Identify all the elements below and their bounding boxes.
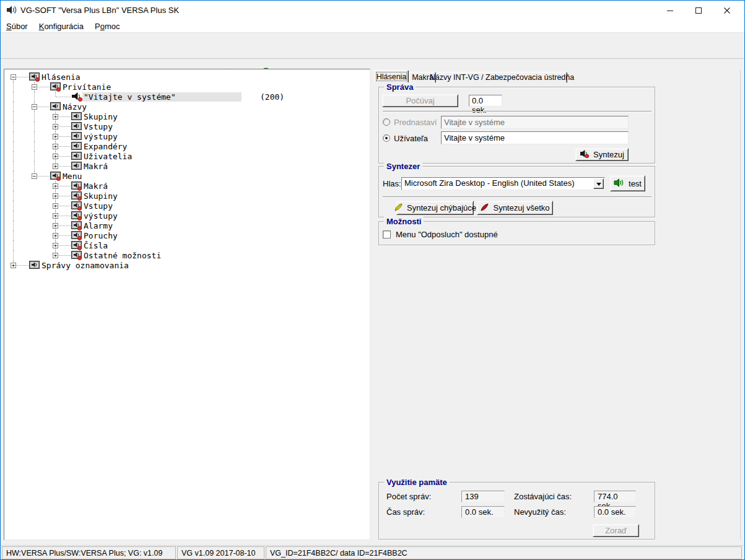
listen-button[interactable]: Počúvaj — [382, 94, 458, 107]
tree-expander-plus-icon[interactable]: + — [53, 114, 58, 120]
tree-label: Vstupy — [84, 201, 113, 211]
tree-row-privitanie[interactable]: − Privítanie — [4, 82, 370, 92]
tree-expander-plus-icon[interactable]: + — [53, 203, 58, 209]
tree-expander-plus-icon[interactable]: + — [53, 164, 58, 169]
status-panel-3: VG_ID=21F4BB2C/ data ID=21F4BB2C — [266, 546, 742, 559]
odposluch-checkbox-label: Menu "Odposluch" dostupné — [396, 230, 498, 239]
tree-row-ostatne-moznosti[interactable]: + Ostatné možnosti — [4, 250, 370, 260]
tree-expander-plus-icon[interactable]: + — [53, 144, 58, 149]
speaker-icon — [71, 92, 83, 102]
tree-row-poruchy[interactable]: + Poruchy — [4, 230, 370, 240]
tree-expander-plus-icon[interactable]: + — [53, 154, 58, 159]
tree-row-vstupy[interactable]: + Vstupy — [4, 201, 370, 211]
feather-red-icon — [480, 203, 489, 214]
speaker-folder-icon — [71, 121, 82, 131]
close-button[interactable] — [713, 1, 741, 20]
user-radio-label: Užívateľa — [394, 134, 428, 143]
menu-pomoc[interactable]: Pomoc — [89, 20, 125, 32]
synthesize-button[interactable]: Syntezuj — [575, 148, 629, 161]
status-bar: HW:VERSA Plus/SW:VERSA Plus; VG: v1.09VG… — [1, 545, 744, 559]
tree-label: Privítanie — [63, 82, 111, 92]
pamat-value: 139 — [461, 491, 505, 502]
group-sprava: Správa Počúvaj 0.0 sek. Prednastaví Užív… — [378, 87, 655, 164]
tree-expander-minus-icon[interactable]: − — [32, 173, 37, 179]
synthesize-all-button[interactable]: Syntezuj všetko — [477, 201, 553, 215]
voice-combobox-value: Microsoft Zira Desktop - English (United… — [404, 178, 592, 188]
group-pamat-title: Využitie pamäte — [384, 478, 450, 487]
chevron-down-icon[interactable] — [593, 178, 604, 189]
tree-row-makra[interactable]: + Makrá — [4, 161, 370, 171]
speaker-folder-icon — [71, 211, 82, 221]
tree-row-cisla[interactable]: + Čísla — [4, 240, 370, 250]
menu-subor[interactable]: Súbor — [1, 20, 33, 32]
tree-expander-minus-icon[interactable]: − — [32, 104, 37, 110]
menu-konfiguracia[interactable]: Konfigurácia — [33, 20, 89, 32]
tree-expander-plus-icon[interactable]: + — [53, 213, 58, 219]
tree-row-expandery[interactable]: + Expandéry — [4, 141, 370, 151]
tree-expander-plus-icon[interactable]: + — [11, 263, 16, 268]
group-syntezer-title: Syntezer — [384, 162, 422, 171]
tree-row-skupiny[interactable]: + Skupiny — [4, 112, 370, 121]
speaker-folder-icon — [71, 191, 82, 201]
tree-expander-plus-icon[interactable]: + — [53, 233, 58, 238]
tree-row-vystupy[interactable]: + výstupy — [4, 131, 370, 141]
tree-label: Expandéry — [84, 142, 127, 151]
tree-row-vstupy[interactable]: + Vstupy — [4, 121, 370, 131]
voice-combobox[interactable]: Microsoft Zira Desktop - English (United… — [401, 177, 605, 190]
preset-text-field[interactable] — [441, 116, 629, 129]
tree-row-vystupy[interactable]: + výstupy — [4, 211, 370, 221]
speaker-folder-icon — [50, 102, 61, 112]
tree-row-vitajte-v-systeme[interactable]: "Vitajte v systéme"(200) — [4, 92, 370, 102]
maximize-button[interactable] — [684, 1, 713, 20]
speaker-green-icon — [614, 178, 625, 189]
tree-label: Čísla — [84, 241, 108, 250]
group-syntezer: Syntezer Hlas: Microsoft Zira Desktop - … — [378, 166, 655, 217]
user-text-field[interactable] — [441, 131, 629, 144]
speaker-folder-icon — [71, 240, 82, 250]
preset-radio[interactable] — [383, 118, 390, 126]
tree-row-nazvy[interactable]: − Názvy — [4, 102, 370, 112]
tree-label: Skupiny — [84, 112, 118, 121]
voice-label: Hlas: — [383, 179, 401, 188]
tab-nazvy-int-vg-zabezpecovacia-ustredna[interactable]: Názvy INT-VG / Zabezpečovacia ústredňa — [437, 72, 567, 83]
tree-expander-plus-icon[interactable]: + — [53, 134, 58, 139]
tree-label: "Vitajte v systéme" — [82, 92, 242, 102]
tree-label: Správy oznamovania — [41, 261, 129, 270]
minimize-button[interactable] — [656, 1, 684, 20]
tree-expander-plus-icon[interactable]: + — [53, 193, 58, 199]
tree-expander-plus-icon[interactable]: + — [53, 223, 58, 229]
speaker-folder-icon — [71, 230, 82, 240]
synthesize-missing-button[interactable]: Syntezuj chýbajúce — [396, 201, 474, 215]
test-button[interactable]: test — [610, 175, 645, 191]
tree-expander-plus-icon[interactable]: + — [53, 183, 58, 189]
tab-hlasenia[interactable]: Hlásenia — [374, 70, 409, 83]
tree-row-uzivatelia[interactable]: + Uživatelia — [4, 151, 370, 161]
tree-row-hlasenia[interactable]: − Hlásenia — [4, 72, 370, 82]
odposluch-checkbox[interactable] — [383, 230, 391, 238]
tree-expander-plus-icon[interactable]: + — [53, 243, 58, 248]
user-radio[interactable] — [383, 134, 390, 142]
tree-expander-minus-icon[interactable]: − — [32, 84, 37, 90]
group-pamat: Využitie pamäte Počet správ: 139 Zostáva… — [378, 482, 655, 540]
tree-expander-minus-icon[interactable]: − — [11, 74, 16, 80]
speaker-folder-icon — [50, 171, 61, 181]
tree-label: Menu — [63, 172, 82, 181]
speaker-folder-icon — [29, 260, 40, 270]
tree-expander-plus-icon[interactable]: + — [53, 253, 58, 258]
menu-bar: SúborKonfiguráciaPomoc — [1, 20, 744, 33]
tree-expander-plus-icon[interactable]: + — [53, 124, 58, 129]
tree-label: Hlásenia — [41, 72, 81, 82]
tree-label: Skupiny — [84, 191, 118, 201]
tree-label: Uživatelia — [84, 152, 132, 161]
tree-label: Ostatné možnosti — [84, 251, 161, 260]
speaker-folder-icon — [71, 250, 82, 260]
feather-yellow-icon — [394, 203, 403, 214]
tree-row-menu[interactable]: − Menu — [4, 171, 370, 181]
sort-button[interactable]: Zoraď — [593, 524, 639, 537]
speaker-folder-icon — [71, 131, 82, 141]
tree-row-spravy-oznamovania[interactable]: + Správy oznamovania — [4, 260, 370, 270]
tree-row-alarmy[interactable]: + Alarmy — [4, 221, 370, 230]
preset-radio-label: Prednastaví — [394, 118, 437, 127]
tree-row-makra[interactable]: + Makrá — [4, 181, 370, 191]
tree-row-skupiny[interactable]: + Skupiny — [4, 191, 370, 201]
